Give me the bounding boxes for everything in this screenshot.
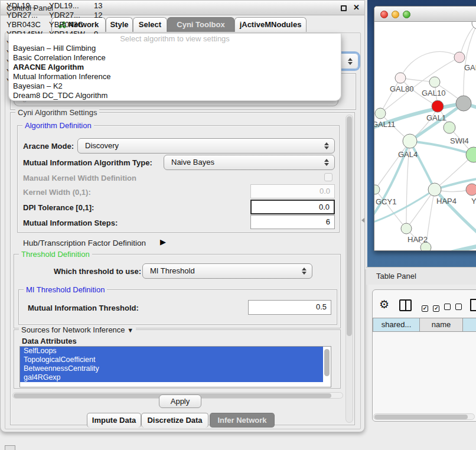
hub-definition-label[interactable]: Hub/Transcription Factor Definition	[23, 239, 146, 247]
settings-vertical-scrollbar[interactable]	[345, 115, 353, 423]
select-all-columns-icon[interactable]: ✓ ✓	[422, 302, 439, 312]
tab-discretize-data[interactable]: Discretize Data	[141, 413, 208, 428]
float-window-icon[interactable]	[341, 5, 347, 11]
algorithm-definition-title: Algorithm Definition	[22, 121, 94, 130]
screen: Control Panel ✕ Network Style Select	[0, 0, 476, 450]
menu-item-algorithm[interactable]: Mutual Information Inference	[9, 72, 341, 81]
menu-item-algorithm-selected[interactable]: ARACNE Algorithm	[9, 63, 341, 72]
node-label: GAL7	[464, 63, 476, 72]
node-gal7[interactable]	[454, 52, 465, 63]
node-gal11[interactable]	[375, 108, 386, 119]
node-label: HAP4	[436, 197, 457, 206]
list-item[interactable]: SelfLoops	[20, 347, 323, 356]
attributes-scrollbar[interactable]	[324, 348, 330, 386]
node-hap2[interactable]	[401, 223, 412, 234]
threshold-definition-title: Threshold Definition	[19, 250, 92, 259]
apply-button[interactable]: Apply	[159, 394, 201, 408]
data-attributes-label: Data Attributes	[22, 337, 77, 345]
column-header-name[interactable]: name	[419, 318, 463, 332]
column-header-clipped[interactable]	[462, 318, 476, 332]
cyni-algorithm-settings-title: Cyni Algorithm Settings	[15, 108, 99, 117]
mi-type-combo[interactable]: Naive Bayes	[164, 155, 335, 170]
node-label: HAP2	[407, 235, 428, 244]
column-header-shared-name[interactable]: shared...	[373, 318, 420, 332]
expanded-arrow-icon[interactable]: ▼	[127, 327, 133, 334]
table-horizontal-scrollbar[interactable]	[373, 413, 475, 420]
sources-group-title[interactable]: Sources for Network Inference ▼	[19, 325, 136, 334]
tab-jactivemnodules[interactable]: jActiveMNodules	[234, 17, 307, 32]
node-hap4[interactable]	[428, 183, 441, 196]
mi-steps-label: Mutual Information Steps:	[23, 219, 118, 227]
tab-discretize-data-label: Discretize Data	[147, 416, 202, 425]
export-table-icon[interactable]	[470, 299, 476, 311]
which-threshold-value: MI Threshold	[150, 266, 195, 275]
tab-cyni-toolbox[interactable]: Cyni Toolbox	[167, 17, 234, 32]
node-label: Y	[471, 197, 476, 206]
manual-kernel-label: Manual Kernel Width Definition	[23, 174, 136, 182]
node-gal10[interactable]	[429, 77, 440, 87]
combo-arrows-icon	[324, 159, 329, 166]
splitter-collapse-icon[interactable]	[361, 218, 364, 223]
menu-item-algorithm[interactable]: Bayesian – Hill Climbing	[9, 44, 341, 53]
node-label: GCY1	[376, 197, 396, 206]
aracne-mode-value: Discovery	[85, 141, 119, 150]
node-gal4[interactable]	[403, 134, 417, 148]
combo-arrows-icon	[324, 142, 329, 149]
aracne-mode-combo[interactable]: Discovery	[77, 138, 335, 154]
close-icon[interactable]: ✕	[353, 3, 360, 12]
minimized-panel-fragment[interactable]	[5, 445, 15, 450]
combo-arrows-icon	[301, 268, 307, 275]
menu-item-algorithm[interactable]: Bayesian – K2	[9, 81, 341, 91]
node-gal80[interactable]	[395, 73, 406, 83]
network-canvas[interactable]: GAL7 GAL80 GAL10 GAL1 GAL11 SWI4 GAL4 GC…	[374, 22, 476, 251]
kernel-width-field[interactable]: 0.0	[250, 184, 335, 198]
node-label: GAL4	[398, 150, 418, 159]
tab-select[interactable]: Select	[133, 17, 167, 32]
node-y[interactable]	[466, 184, 476, 195]
close-traffic-light-icon[interactable]	[380, 11, 388, 18]
algorithm-dropdown-placeholder: Select algorithm to view settings	[9, 34, 341, 44]
attributes-scrollbar-thumb[interactable]	[324, 349, 330, 376]
manual-kernel-checkbox[interactable]	[324, 173, 332, 181]
mi-threshold-label: Mutual Information Threshold:	[28, 304, 139, 312]
mi-type-value: Naive Bayes	[171, 158, 214, 167]
tab-infer-network[interactable]: Infer Network	[210, 413, 275, 428]
network-window-titlebar[interactable]	[374, 6, 476, 22]
kernel-width-label: Kernel Width (0,1):	[23, 188, 91, 197]
node-label: GAL11	[374, 120, 396, 129]
node-gray[interactable]	[456, 96, 471, 111]
node-gal1-selected[interactable]	[432, 100, 444, 112]
zoom-traffic-light-icon[interactable]	[403, 11, 410, 18]
table-hscrollbar-thumb[interactable]	[374, 415, 468, 419]
node-label: GAL10	[422, 89, 445, 97]
list-item[interactable]: TopologicalCoefficient	[20, 356, 323, 364]
settings-vscrollbar-thumb[interactable]	[347, 116, 352, 336]
list-item[interactable]: BetweennessCentrality	[20, 364, 323, 373]
which-threshold-label: Which threshold to use:	[54, 267, 141, 276]
deselect-all-columns-icon[interactable]	[444, 302, 462, 312]
data-attributes-list[interactable]: SelfLoops TopologicalCoefficient Between…	[19, 346, 331, 387]
collapsed-arrow-icon[interactable]: ▶	[160, 237, 166, 246]
mi-threshold-field[interactable]: 0.5	[248, 300, 331, 315]
menu-item-algorithm[interactable]: Dream8 DC_TDC Algorithm	[9, 91, 341, 100]
network-view-window[interactable]: GAL7 GAL80 GAL10 GAL1 GAL11 SWI4 GAL4 GC…	[374, 6, 476, 251]
combo-arrows-icon	[347, 58, 353, 65]
list-item[interactable]: gal4RGexp	[20, 373, 323, 382]
columns-icon[interactable]	[399, 299, 412, 311]
which-threshold-combo[interactable]: MI Threshold	[142, 263, 312, 279]
gear-icon[interactable]: ⚙	[379, 298, 389, 311]
network-graph: GAL7 GAL80 GAL10 GAL1 GAL11 SWI4 GAL4 GC…	[374, 22, 476, 251]
tab-select-label: Select	[139, 20, 161, 29]
dpi-tolerance-label: DPI Tolerance [0,1]:	[23, 203, 94, 212]
node-label: GAL1	[426, 113, 446, 122]
table-panel-title: Table Panel	[376, 272, 416, 281]
aracne-mode-label: Aracne Mode:	[23, 142, 74, 151]
dpi-tolerance-field[interactable]: 0.0	[250, 200, 335, 214]
node[interactable]	[444, 122, 455, 133]
node-gcy1[interactable]	[374, 185, 380, 194]
tab-impute-data[interactable]: Impute Data	[87, 413, 141, 428]
mi-steps-field[interactable]: 6	[250, 215, 335, 229]
tab-style[interactable]: Style	[106, 17, 133, 32]
menu-item-algorithm[interactable]: Basic Correlation Inference	[9, 53, 341, 63]
minimize-traffic-light-icon[interactable]	[392, 11, 399, 18]
